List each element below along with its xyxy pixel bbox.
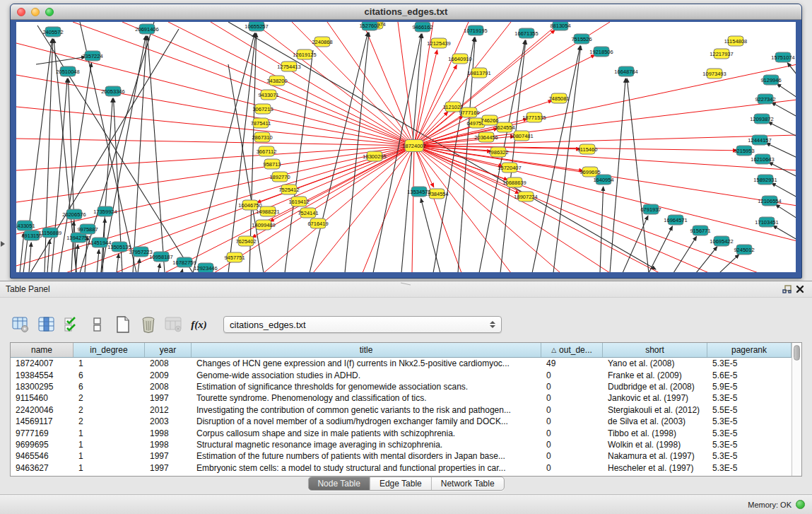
table-cell[interactable]: 5.3E-5	[707, 439, 792, 450]
paper-node[interactable]: 16671355	[514, 28, 538, 38]
table-cell[interactable]: 0	[541, 369, 603, 380]
paper-node[interactable]: 1433051	[16, 221, 35, 230]
table-cell[interactable]: 5.3E-5	[707, 450, 792, 462]
table-cell[interactable]: 9699695	[11, 439, 73, 450]
table-row[interactable]: 2242004622012Investigating the contribut…	[11, 404, 792, 416]
table-cell[interactable]: 9465546	[11, 450, 73, 462]
table-cell[interactable]: 5.9E-5	[707, 381, 792, 392]
selected-paper-node[interactable]: 958713	[263, 159, 281, 169]
table-cell[interactable]: 2008	[145, 358, 192, 369]
table-cell[interactable]: Disruption of a novel member of a sodium…	[192, 416, 541, 427]
table-select-combobox[interactable]: citations_edges.txt	[223, 316, 502, 333]
paper-node[interactable]: 12093872	[750, 114, 773, 124]
table-cell[interactable]: Nakamura et al. (1997)	[603, 450, 707, 462]
paper-node[interactable]: 17103451	[755, 217, 778, 227]
table-row[interactable]: 1456911722003Disruption of a novel membe…	[11, 416, 792, 427]
selected-paper-node[interactable]: 10807481	[510, 131, 533, 141]
zoom-window-button[interactable]	[45, 8, 54, 16]
table-cell[interactable]: Corpus callosum shape and size in male p…	[192, 427, 541, 438]
table-cell[interactable]: 1	[73, 439, 145, 450]
paper-node[interactable]: 10719195	[464, 25, 487, 35]
paper-node[interactable]: 9466162	[412, 22, 433, 32]
paper-node[interactable]: 2405572	[42, 27, 63, 37]
selected-paper-node[interactable]: 7986322	[488, 147, 508, 157]
close-panel-icon[interactable]	[794, 284, 806, 295]
table-row[interactable]: 946362711997Embryonic stem cells: a mode…	[11, 462, 792, 474]
table-row[interactable]: 946554611997Estimation of the future num…	[11, 450, 792, 462]
function-builder-icon[interactable]: f(x)	[189, 315, 208, 334]
paper-node[interactable]: 12444157	[748, 135, 771, 145]
table-cell[interactable]: 5.3E-5	[707, 462, 792, 474]
table-scrollbar-thumb[interactable]	[794, 345, 800, 361]
column-header-title[interactable]: title	[192, 343, 541, 357]
table-cell[interactable]: Yano et al. (2008)	[603, 358, 707, 369]
table-cell[interactable]: 0	[541, 439, 603, 450]
selected-paper-node[interactable]: 7625402	[235, 236, 256, 246]
paper-node[interactable]: 16964571	[664, 215, 687, 225]
table-row[interactable]: 911546021997Tourette syndrome. Phenomeno…	[11, 392, 792, 404]
selected-paper-node[interactable]: 7875411	[251, 118, 271, 128]
paper-node[interactable]: 9156771	[690, 226, 710, 235]
table-cell[interactable]: 0	[541, 416, 603, 427]
table-cell[interactable]: 49	[541, 358, 603, 369]
table-scrollbar[interactable]	[792, 343, 801, 476]
close-window-button[interactable]	[17, 8, 25, 16]
table-cell[interactable]: 0	[541, 427, 603, 438]
table-cell[interactable]: 0	[541, 381, 603, 392]
paper-node[interactable]: 12923446	[194, 263, 217, 272]
column-header-short[interactable]: short	[603, 343, 707, 357]
paper-node[interactable]: 20691406	[135, 24, 158, 34]
table-cell[interactable]: 0	[541, 450, 603, 462]
paper-node[interactable]: 7357224	[82, 51, 102, 61]
table-cell[interactable]: de Silva et al. (2003)	[603, 416, 707, 427]
paper-node[interactable]: 1640954	[593, 175, 613, 185]
table-cell[interactable]: 2012	[145, 404, 192, 416]
delete-column-icon[interactable]	[139, 315, 158, 334]
table-cell[interactable]: Dudbridge et al. (2008)	[603, 381, 707, 392]
table-cell[interactable]: 5.5E-5	[707, 404, 792, 416]
tab-network-table[interactable]: Network Table	[431, 477, 504, 490]
table-cell[interactable]: Franke et al. (2009)	[603, 369, 707, 380]
selected-paper-node[interactable]: 15720407	[498, 163, 521, 173]
paper-node[interactable]: 20510048	[56, 66, 79, 76]
paper-node[interactable]: 20053346	[101, 86, 124, 96]
import-table-icon[interactable]	[164, 315, 183, 334]
table-cell[interactable]: 2	[73, 404, 145, 416]
table-cell[interactable]: 22420046	[11, 404, 73, 416]
float-panel-icon[interactable]	[781, 284, 794, 295]
tab-node-table[interactable]: Node Table	[308, 477, 370, 490]
table-cell[interactable]: Estimation of the future numbers of pati…	[192, 450, 541, 462]
table-cell[interactable]: 6	[73, 369, 145, 380]
selected-paper-node[interactable]: 3667112	[257, 146, 277, 156]
selected-paper-node[interactable]: 14099489	[252, 220, 275, 230]
table-cell[interactable]: 1	[73, 427, 145, 438]
selected-paper-node[interactable]: 7524141	[298, 208, 318, 218]
selected-paper-node[interactable]: 11154808	[724, 36, 747, 46]
table-cell[interactable]: 2	[73, 416, 145, 427]
selected-paper-node[interactable]: 3438200	[266, 76, 287, 86]
table-cell[interactable]: 9463627	[11, 462, 73, 474]
table-cell[interactable]: Hescheler et al. (1997)	[603, 462, 707, 474]
selected-paper-node[interactable]: 18300295	[363, 151, 386, 161]
paper-node[interactable]: 19218506	[589, 47, 613, 57]
table-cell[interactable]: 19384554	[11, 369, 73, 380]
table-cell[interactable]: Tibbo et al. (1998)	[603, 427, 707, 438]
table-cell[interactable]: 2	[73, 392, 145, 404]
table-cell[interactable]: 5.3E-5	[707, 416, 792, 427]
table-cell[interactable]: Stergiakouli et al. (2012)	[603, 404, 707, 416]
selected-paper-node[interactable]: 9457751	[224, 252, 245, 262]
table-cell[interactable]: 1	[73, 358, 145, 369]
selected-paper-node[interactable]: 6716419	[307, 218, 328, 228]
select-rows-icon[interactable]	[62, 315, 81, 334]
paper-node[interactable]: 15751074	[771, 52, 794, 62]
selected-paper-node[interactable]: 9777169	[459, 107, 479, 117]
table-cell[interactable]: 9777169	[11, 427, 73, 438]
table-cell[interactable]: Estimation of significance thresholds fo…	[192, 381, 541, 392]
paper-node[interactable]: 16648784	[614, 66, 637, 76]
selected-paper-node[interactable]: 12754413	[277, 62, 300, 71]
selected-paper-node[interactable]: 9433071	[258, 90, 278, 100]
panel-collapse-arrow[interactable]	[1, 241, 5, 247]
selected-paper-node[interactable]: 12619125	[293, 49, 316, 59]
selected-paper-node[interactable]: 18771535	[522, 112, 546, 122]
selected-paper-node[interactable]: 12125439	[427, 38, 450, 48]
